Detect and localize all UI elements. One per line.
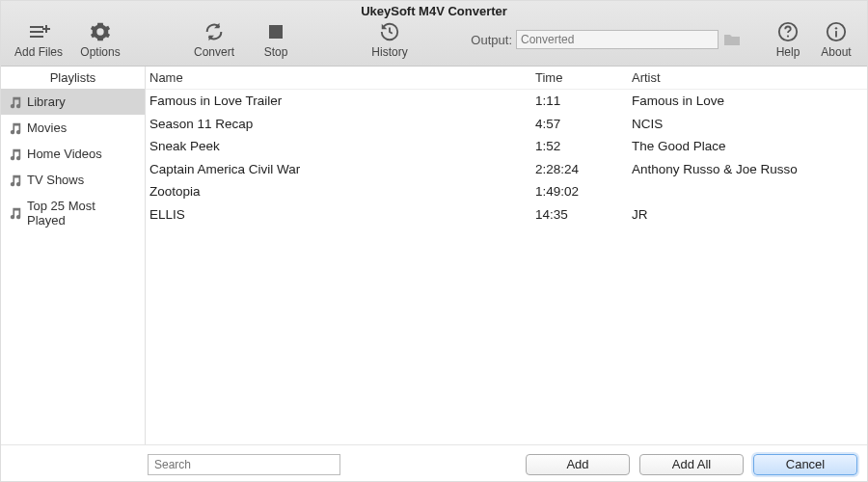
convert-button[interactable]: Convert xyxy=(186,16,242,63)
help-button[interactable]: Help xyxy=(767,16,809,63)
cell-time: 1:11 xyxy=(535,92,632,111)
cell-artist: Famous in Love xyxy=(632,92,863,111)
history-button[interactable]: History xyxy=(362,16,418,63)
history-label: History xyxy=(371,45,407,59)
table-row[interactable]: Season 11 Recap4:57NCIS xyxy=(146,113,867,136)
cell-name: Sneak Peek xyxy=(149,137,535,156)
add-all-button[interactable]: Add All xyxy=(639,454,744,475)
add-files-label: Add Files xyxy=(14,45,63,59)
sidebar-item-label: Library xyxy=(27,94,66,109)
stop-button[interactable]: Stop xyxy=(248,16,304,63)
table-row[interactable]: Zootopia1:49:02 xyxy=(146,180,867,203)
info-icon xyxy=(826,20,847,43)
help-label: Help xyxy=(776,45,800,59)
sidebar-item-label: Top 25 Most Played xyxy=(27,199,137,228)
column-artist-header[interactable]: Artist xyxy=(632,70,863,85)
history-icon xyxy=(379,20,400,43)
sidebar-item[interactable]: Top 25 Most Played xyxy=(1,193,145,233)
gear-icon xyxy=(90,20,111,43)
about-button[interactable]: About xyxy=(815,16,857,63)
cell-time: 1:52 xyxy=(535,137,632,156)
convert-label: Convert xyxy=(194,45,234,59)
cell-name: ELLIS xyxy=(149,205,535,225)
cell-time: 2:28:24 xyxy=(535,160,632,179)
sidebar-header: Playlists xyxy=(1,67,145,89)
table-header: Name Time Artist xyxy=(146,67,867,90)
browse-folder-button[interactable] xyxy=(722,30,742,49)
cell-time: 4:57 xyxy=(535,115,632,134)
add-files-button[interactable]: Add Files xyxy=(11,16,67,63)
cancel-button[interactable]: Cancel xyxy=(753,454,857,475)
cell-name: Zootopia xyxy=(149,182,535,201)
options-button[interactable]: Options xyxy=(72,16,128,63)
sidebar-item[interactable]: Movies xyxy=(1,115,145,141)
sidebar-item-label: Home Videos xyxy=(27,147,102,161)
sidebar-item-label: TV Shows xyxy=(27,173,84,187)
cell-artist: NCIS xyxy=(632,115,863,134)
toolbar: UkeySoft M4V Converter Add Files Options… xyxy=(1,1,867,67)
refresh-icon xyxy=(203,20,225,43)
svg-rect-5 xyxy=(835,31,837,37)
search-input[interactable] xyxy=(148,454,340,475)
playlist-icon xyxy=(9,121,22,135)
sidebar-item[interactable]: Library xyxy=(1,89,145,115)
cell-name: Captain America Civil War xyxy=(149,160,535,179)
table-row[interactable]: ELLIS14:35JR xyxy=(146,203,867,227)
about-label: About xyxy=(821,45,851,59)
add-files-icon xyxy=(27,20,50,43)
output-label: Output: xyxy=(471,33,512,47)
svg-rect-0 xyxy=(269,25,283,39)
playlist-icon xyxy=(9,174,22,187)
sidebar-item-label: Movies xyxy=(27,120,67,135)
cell-artist xyxy=(632,182,863,201)
stop-label: Stop xyxy=(264,45,288,59)
footer: Add Add All Cancel xyxy=(1,444,867,482)
help-icon xyxy=(777,20,799,43)
cell-name: Season 11 Recap xyxy=(149,115,535,134)
cell-artist: Anthony Russo & Joe Russo xyxy=(632,160,863,179)
sidebar-item[interactable]: TV Shows xyxy=(1,167,145,193)
cell-time: 14:35 xyxy=(535,205,632,225)
sidebar: Playlists LibraryMoviesHome VideosTV Sho… xyxy=(1,67,146,444)
stop-icon xyxy=(267,20,285,43)
cell-time: 1:49:02 xyxy=(535,182,632,201)
add-button[interactable]: Add xyxy=(526,454,630,475)
column-time-header[interactable]: Time xyxy=(535,70,632,85)
sidebar-item[interactable]: Home Videos xyxy=(1,141,145,167)
cell-name: Famous in Love Trailer xyxy=(149,92,535,111)
table-row[interactable]: Captain America Civil War2:28:24Anthony … xyxy=(146,158,867,181)
svg-point-2 xyxy=(787,35,789,37)
cell-artist: JR xyxy=(632,205,863,225)
output-path-input[interactable] xyxy=(516,30,719,49)
table-row[interactable]: Famous in Love Trailer1:11Famous in Love xyxy=(146,90,867,113)
options-label: Options xyxy=(80,45,120,59)
playlist-icon xyxy=(9,95,22,109)
table-row[interactable]: Sneak Peek1:52The Good Place xyxy=(146,135,867,158)
svg-point-4 xyxy=(835,27,837,29)
cell-artist: The Good Place xyxy=(632,137,863,156)
playlist-icon xyxy=(9,206,22,220)
column-name-header[interactable]: Name xyxy=(149,70,535,85)
playlist-icon xyxy=(9,147,22,161)
table-body: Famous in Love Trailer1:11Famous in Love… xyxy=(146,90,867,444)
